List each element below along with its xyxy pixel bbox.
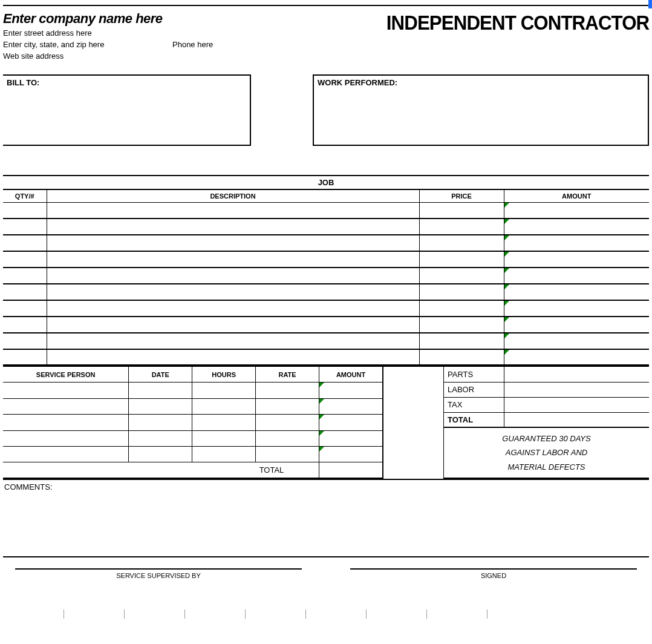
total-labor-cell[interactable] bbox=[504, 382, 650, 397]
svc-hours-cell[interactable] bbox=[192, 398, 256, 414]
comments-label: COMMENTS: bbox=[4, 482, 52, 491]
svc-person-cell[interactable] bbox=[3, 415, 129, 430]
guarantee-text: GUARANTEED 30 DAYS AGAINST LABOR AND MAT… bbox=[443, 428, 649, 479]
city-state-zip-field[interactable]: Enter city, state, and zip here bbox=[3, 39, 172, 51]
job-qty-cell[interactable] bbox=[3, 349, 47, 366]
job-amount-cell[interactable] bbox=[504, 251, 649, 268]
service-total-label: TOTAL bbox=[256, 462, 319, 478]
service-total-cell[interactable] bbox=[319, 462, 383, 478]
job-price-cell[interactable] bbox=[419, 202, 504, 218]
svc-hours-cell[interactable] bbox=[192, 415, 256, 430]
svc-date-cell[interactable] bbox=[129, 398, 192, 414]
total-grand-cell[interactable] bbox=[504, 412, 650, 427]
job-qty-cell[interactable] bbox=[3, 300, 47, 317]
job-qty-cell[interactable] bbox=[3, 333, 47, 349]
job-price-cell[interactable] bbox=[419, 349, 504, 366]
svc-date-cell[interactable] bbox=[129, 446, 192, 462]
supervised-label: SERVICE SUPERVISED BY bbox=[3, 572, 314, 579]
job-amount-cell[interactable] bbox=[504, 284, 649, 300]
job-desc-cell[interactable] bbox=[47, 284, 419, 300]
website-field[interactable]: Web site address bbox=[3, 51, 64, 62]
job-desc-cell[interactable] bbox=[47, 218, 419, 235]
job-amount-cell[interactable] bbox=[504, 333, 649, 349]
job-price-cell[interactable] bbox=[419, 284, 504, 300]
svc-person-cell[interactable] bbox=[3, 446, 129, 462]
header-row: Enter company name here Enter street add… bbox=[3, 11, 649, 62]
job-qty-cell[interactable] bbox=[3, 251, 47, 268]
svc-head-amount: AMOUNT bbox=[319, 367, 383, 383]
job-head-amount: AMOUNT bbox=[504, 189, 649, 203]
svc-amount-cell[interactable] bbox=[319, 430, 383, 446]
job-head-qty: QTY/# bbox=[3, 189, 47, 203]
svc-person-cell[interactable] bbox=[3, 383, 129, 398]
bill-to-box[interactable]: BILL TO: bbox=[3, 74, 251, 146]
footer-ticks bbox=[3, 610, 649, 622]
svc-date-cell[interactable] bbox=[129, 430, 192, 446]
job-price-cell[interactable] bbox=[419, 317, 504, 333]
job-amount-cell[interactable] bbox=[504, 317, 649, 333]
job-desc-cell[interactable] bbox=[47, 235, 419, 251]
phone-field[interactable]: Phone here bbox=[172, 39, 213, 51]
job-qty-cell[interactable] bbox=[3, 202, 47, 218]
svc-hours-cell[interactable] bbox=[192, 383, 256, 398]
job-desc-cell[interactable] bbox=[47, 333, 419, 349]
total-tax-label: TAX bbox=[444, 397, 504, 412]
job-price-cell[interactable] bbox=[419, 235, 504, 251]
job-amount-cell[interactable] bbox=[504, 235, 649, 251]
job-desc-cell[interactable] bbox=[47, 349, 419, 366]
job-amount-cell[interactable] bbox=[504, 268, 649, 284]
job-desc-cell[interactable] bbox=[47, 251, 419, 268]
job-amount-cell[interactable] bbox=[504, 218, 649, 235]
job-amount-cell[interactable] bbox=[504, 202, 649, 218]
job-desc-cell[interactable] bbox=[47, 268, 419, 284]
guarantee-line3: MATERIAL DEFECTS bbox=[448, 460, 645, 474]
job-desc-cell[interactable] bbox=[47, 202, 419, 218]
svc-amount-cell[interactable] bbox=[319, 383, 383, 398]
total-tax-cell[interactable] bbox=[504, 397, 650, 412]
job-price-cell[interactable] bbox=[419, 251, 504, 268]
svc-person-cell[interactable] bbox=[3, 398, 129, 414]
job-price-cell[interactable] bbox=[419, 300, 504, 317]
svc-rate-cell[interactable] bbox=[256, 446, 319, 462]
job-desc-cell[interactable] bbox=[47, 317, 419, 333]
job-price-cell[interactable] bbox=[419, 268, 504, 284]
job-amount-cell[interactable] bbox=[504, 349, 649, 366]
job-head-price: PRICE bbox=[419, 189, 504, 203]
svc-hours-cell[interactable] bbox=[192, 430, 256, 446]
job-qty-cell[interactable] bbox=[3, 268, 47, 284]
company-name[interactable]: Enter company name here bbox=[3, 11, 213, 27]
svc-amount-cell[interactable] bbox=[319, 446, 383, 462]
signed-label: SIGNED bbox=[338, 572, 649, 579]
svc-date-cell[interactable] bbox=[129, 383, 192, 398]
job-amount-cell[interactable] bbox=[504, 300, 649, 317]
svc-date-cell[interactable] bbox=[129, 415, 192, 430]
job-qty-cell[interactable] bbox=[3, 317, 47, 333]
comments-box[interactable]: COMMENTS: bbox=[3, 479, 649, 557]
guarantee-line2: AGAINST LABOR AND bbox=[448, 445, 645, 459]
job-desc-cell[interactable] bbox=[47, 300, 419, 317]
svc-rate-cell[interactable] bbox=[256, 415, 319, 430]
work-performed-box[interactable]: WORK PERFORMED: bbox=[313, 74, 649, 146]
svc-rate-cell[interactable] bbox=[256, 430, 319, 446]
street-field[interactable]: Enter street address here bbox=[3, 28, 172, 39]
job-head-desc: DESCRIPTION bbox=[47, 189, 419, 203]
document-title: INDEPENDENT CONTRACTOR bbox=[386, 11, 649, 34]
svc-rate-cell[interactable] bbox=[256, 398, 319, 414]
job-qty-cell[interactable] bbox=[3, 284, 47, 300]
supervised-signature-line[interactable] bbox=[15, 568, 302, 570]
job-price-cell[interactable] bbox=[419, 218, 504, 235]
svc-rate-cell[interactable] bbox=[256, 383, 319, 398]
svc-amount-cell[interactable] bbox=[319, 415, 383, 430]
total-parts-cell[interactable] bbox=[504, 367, 650, 382]
svc-amount-cell[interactable] bbox=[319, 398, 383, 414]
job-qty-cell[interactable] bbox=[3, 235, 47, 251]
svc-head-rate: RATE bbox=[256, 367, 319, 383]
svc-person-cell[interactable] bbox=[3, 430, 129, 446]
job-table: JOB QTY/# DESCRIPTION PRICE AMOUNT bbox=[3, 175, 649, 367]
svc-hours-cell[interactable] bbox=[192, 446, 256, 462]
signed-signature-line[interactable] bbox=[350, 568, 637, 570]
job-qty-cell[interactable] bbox=[3, 218, 47, 235]
bill-to-label: BILL TO: bbox=[7, 78, 39, 87]
total-grand-label: TOTAL bbox=[444, 412, 504, 427]
job-price-cell[interactable] bbox=[419, 333, 504, 349]
